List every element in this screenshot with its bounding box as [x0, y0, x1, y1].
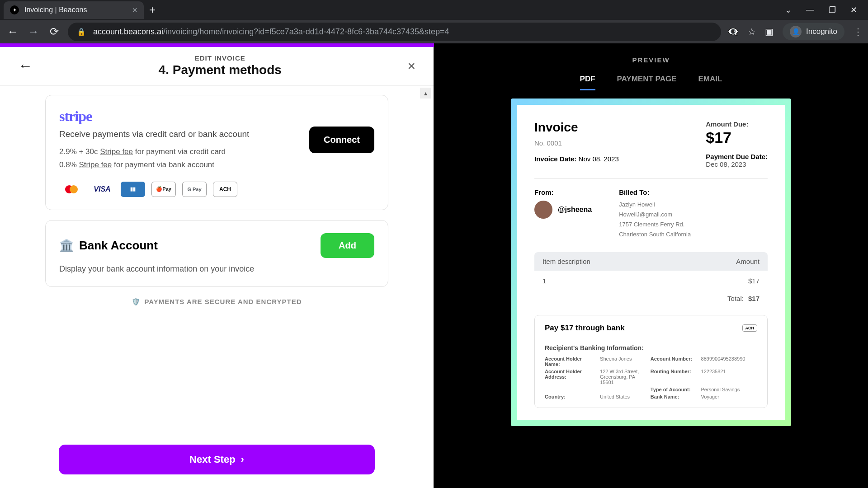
window-close-icon[interactable]: ✕	[850, 5, 857, 15]
next-step-label: Next Step	[189, 454, 235, 465]
add-bank-button[interactable]: Add	[321, 233, 374, 258]
from-handle: @jsheena	[558, 206, 592, 214]
close-icon[interactable]: ×	[407, 58, 415, 74]
amex-icon: ▮▮	[121, 182, 145, 197]
chevron-down-icon[interactable]: ⌄	[785, 5, 792, 15]
stripe-fees: 2.9% + 30c Stripe fee for payment via cr…	[59, 145, 249, 172]
breadcrumb: EDIT INVOICE	[33, 54, 407, 62]
bank-pay-box: Pay $17 through bank ACH Recipient's Ban…	[534, 315, 768, 408]
eye-off-icon[interactable]: 👁‍🗨	[727, 26, 739, 37]
billed-to-details: Jazlyn Howell HowellJ@gmail.com 1757 Cle…	[619, 200, 691, 239]
incognito-icon: 👤	[790, 26, 802, 38]
payment-due-value: Dec 08, 2023	[706, 160, 768, 168]
invoice-preview: Invoice No. 0001 Invoice Date: Nov 08, 2…	[511, 99, 791, 426]
nav-reload-button[interactable]: ⟳	[47, 25, 61, 38]
bank-icon: 🏛️	[59, 239, 74, 253]
tab-close-icon[interactable]: ×	[132, 5, 137, 15]
amount-due-value: $17	[706, 129, 768, 146]
table-row: 1 $17	[534, 271, 768, 291]
stripe-fee-link[interactable]: Stripe fee	[100, 147, 133, 156]
tab-pdf[interactable]: PDF	[580, 75, 595, 90]
bank-info-heading: Recipient's Banking Information:	[545, 344, 757, 352]
secure-notice: 🛡️ PAYMENTS ARE SECURE AND ENCRYPTED	[45, 298, 388, 306]
stripe-fee-link-2[interactable]: Stripe fee	[79, 160, 112, 169]
preview-label: PREVIEW	[632, 56, 670, 64]
url-text: account.beacons.ai/invoicing/home/invoic…	[93, 27, 449, 37]
tab-favicon-icon: ✦	[10, 5, 19, 14]
incognito-label: Incognito	[806, 27, 837, 36]
back-arrow-icon[interactable]: ←	[18, 57, 33, 74]
ach-icon: ACH	[213, 182, 237, 197]
mastercard-icon	[59, 182, 84, 197]
billed-to-label: Billed To:	[619, 188, 691, 196]
payment-methods-scroll[interactable]: ▴ stripe Receive payments via credit car…	[0, 86, 434, 436]
wizard-progress-bar	[0, 43, 434, 47]
lock-icon: 🔒	[77, 28, 86, 36]
tab-payment-page[interactable]: PAYMENT PAGE	[617, 75, 677, 90]
stripe-description: Receive payments via credit card or bank…	[59, 129, 249, 139]
incognito-indicator[interactable]: 👤 Incognito	[783, 23, 844, 40]
th-amount: Amount	[736, 258, 760, 265]
address-bar[interactable]: 🔒 account.beacons.ai/invoicing/home/invo…	[68, 23, 721, 41]
nav-back-button[interactable]: ←	[5, 25, 20, 38]
bank-account-title: Bank Account	[79, 239, 158, 253]
apple-pay-icon: 🍎Pay	[151, 182, 176, 197]
chevron-right-icon: ›	[241, 454, 244, 465]
th-description: Item description	[542, 258, 736, 265]
window-minimize-icon[interactable]: ―	[806, 5, 814, 15]
tab-email[interactable]: EMAIL	[698, 75, 722, 90]
kebab-menu-icon[interactable]: ⋮	[854, 26, 863, 37]
next-step-button[interactable]: Next Step ›	[59, 445, 375, 474]
new-tab-button[interactable]: +	[149, 4, 156, 16]
shield-icon: 🛡️	[132, 298, 141, 306]
google-pay-icon: G Pay	[182, 182, 207, 197]
nav-forward-button: →	[26, 25, 41, 38]
bank-info-grid: Account Holder Name: Sheena Jones Accoun…	[545, 356, 757, 399]
invoice-date: Invoice Date: Nov 08, 2023	[534, 155, 619, 163]
avatar	[534, 201, 552, 219]
tab-title: Invoicing | Beacons	[24, 6, 132, 14]
connect-stripe-button[interactable]: Connect	[309, 127, 374, 153]
page-title: 4. Payment methods	[33, 63, 407, 77]
bank-account-card: 🏛️ Bank Account Add Display your bank ac…	[45, 220, 388, 287]
from-label: From:	[534, 188, 592, 196]
browser-tab[interactable]: ✦ Invoicing | Beacons ×	[4, 1, 144, 19]
bank-pay-title: Pay $17 through bank	[545, 324, 625, 333]
bookmark-star-icon[interactable]: ☆	[748, 26, 756, 37]
window-restore-icon[interactable]: ❐	[829, 5, 836, 15]
amount-due-label: Amount Due:	[706, 120, 768, 128]
ach-badge: ACH	[742, 324, 758, 332]
invoice-number: No. 0001	[534, 139, 619, 147]
visa-icon: VISA	[90, 182, 114, 197]
invoice-total: Total:$17	[534, 291, 768, 306]
invoice-title: Invoice	[534, 120, 619, 135]
stripe-card: stripe Receive payments via credit card …	[45, 95, 388, 210]
payment-due-label: Payment Due Date:	[706, 153, 768, 160]
stripe-logo: stripe	[59, 108, 249, 125]
bank-account-description: Display your bank account information on…	[59, 264, 374, 274]
scroll-up-icon[interactable]: ▴	[420, 88, 431, 99]
install-app-icon[interactable]: ▣	[765, 26, 774, 37]
